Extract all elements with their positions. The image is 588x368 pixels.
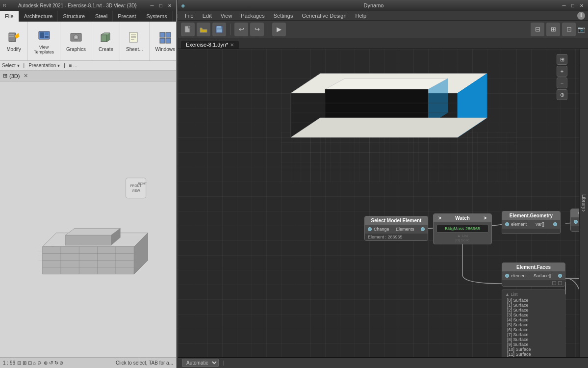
dynamo-layout-btn3[interactable]: ⊡ (562, 23, 576, 36)
svg-rect-6 (45, 36, 49, 38)
dynamo-statusbar-info: | (223, 360, 224, 366)
list-item-10: [10] Surface (505, 347, 562, 352)
svg-rect-4 (40, 32, 44, 38)
eg-footer (502, 229, 560, 234)
revit-3d-view[interactable]: FRONT VIEW RIGHT (0, 81, 176, 357)
revit-view-btn[interactable]: ViewTemplates (32, 27, 56, 55)
dynamo-library-label: Library (581, 194, 587, 210)
select-model-element-node[interactable]: Select Model Element Change Elements Ele… (364, 216, 428, 241)
revit-restore-btn[interactable]: □ (157, 2, 164, 9)
ef-footer-box2 (558, 281, 562, 285)
dynamo-new-btn[interactable] (181, 23, 195, 36)
library-arrow: › (580, 210, 588, 212)
dynamo-menu-view[interactable]: View (217, 11, 236, 21)
revit-select-bar[interactable]: Select ▾ (2, 63, 20, 68)
element-geometry-body: element var[] (502, 220, 560, 229)
eg-port-out-label: var[] (536, 222, 544, 227)
dynamo-undo-btn[interactable]: ↩ (234, 23, 248, 36)
dynamo-info-icon[interactable]: i (577, 12, 585, 20)
dynamo-toolbar-separator (230, 24, 230, 35)
dynamo-restore-btn[interactable]: □ (569, 2, 576, 9)
element-geometry-node[interactable]: Element.Geometry element var[] (502, 211, 561, 234)
revit-minimize-btn[interactable]: ─ (149, 2, 155, 9)
select-port-out-label: Elements (396, 227, 414, 232)
create-label: Create (99, 47, 113, 52)
windows-icon (157, 30, 173, 46)
dynamo-tab-close[interactable]: ✕ (230, 42, 234, 48)
revit-tab-architecture[interactable]: Architecture (19, 11, 58, 22)
revit-tab-file[interactable]: File (0, 11, 19, 22)
svg-point-9 (75, 36, 77, 38)
watch-in-arrow: > (438, 215, 441, 221)
ef-footer-box1 (552, 281, 556, 285)
select-port-in (368, 227, 372, 231)
dynamo-save-btn[interactable] (212, 23, 226, 36)
revit-close-btn[interactable]: ✕ (166, 2, 173, 9)
element-faces-node[interactable]: Element.Faces element Surface[] (502, 263, 565, 287)
dynamo-title-bar: ◈ Dynamo ─ □ ✕ (178, 0, 588, 11)
revit-separator2: | (64, 63, 65, 68)
svg-rect-5 (45, 32, 49, 35)
dynamo-layout-btn1[interactable]: ⊟ (531, 23, 544, 36)
svg-marker-55 (291, 118, 487, 137)
ef-port-out (558, 274, 562, 278)
select-model-element-header: Select Model Element (365, 216, 428, 225)
revit-graphics-btn[interactable]: Graphics (64, 29, 88, 53)
view-icon (36, 28, 52, 44)
dynamo-minimize-btn[interactable]: ─ (561, 2, 567, 9)
revit-tab-structure[interactable]: Structure (58, 11, 90, 22)
create-icon (98, 30, 114, 46)
dynamo-open-btn[interactable] (197, 23, 210, 36)
revit-separator: | (24, 63, 25, 68)
dynamo-canvas[interactable]: Select Model Element Change Elements Ele… (178, 49, 579, 357)
view-tool-zoom-in[interactable]: + (557, 66, 567, 77)
svg-rect-10 (101, 35, 107, 42)
revit-tab-steel[interactable]: Steel (90, 11, 113, 22)
dynamo-win-controls: ─ □ ✕ (561, 2, 585, 9)
revit-tab-precast[interactable]: Precast (113, 11, 141, 22)
dynamo-tab-label: Exercise-8.1.dyn* (186, 42, 228, 48)
dynamo-layout-btn2[interactable]: ⊞ (546, 23, 560, 36)
dynamo-menu-edit[interactable]: Edit (199, 11, 216, 21)
revit-create-btn[interactable]: Create (96, 29, 116, 53)
dynamo-menu-generative[interactable]: Generative Design (298, 11, 350, 21)
dynamo-camera-icon: 📷 (578, 26, 585, 33)
view-tool-zoom-out[interactable]: − (557, 78, 567, 88)
element-faces-body: element Surface[] (502, 271, 565, 280)
svg-rect-36 (126, 178, 146, 198)
dynamo-menu-help[interactable]: Help (352, 11, 371, 21)
revit-view-group: ViewTemplates (28, 22, 60, 60)
view-label: ViewTemplates (34, 45, 54, 54)
ef-port-out-label: Surface[] (534, 273, 551, 278)
revit-window: R Autodesk Revit 2021 - Exercise-8.1.rvt… (0, 0, 177, 368)
dynamo-menu-settings[interactable]: Settings (270, 11, 297, 21)
dynamo-view-tools: ⊞ + − ⊕ (557, 54, 567, 100)
geometry-explode-node[interactable]: Geometry.Explode geometry Geometry[] (570, 209, 579, 232)
ef-footer (502, 280, 565, 286)
list-item-2: [2] Surface (505, 308, 562, 313)
dynamo-menu-file[interactable]: File (181, 11, 198, 21)
revit-windows-btn[interactable]: Windows (153, 29, 178, 53)
revit-win-controls: ─ □ ✕ (149, 2, 173, 9)
ef-port-in (505, 274, 509, 278)
svg-marker-49 (325, 79, 448, 89)
revit-sheet-btn[interactable]: Sheet... (124, 29, 145, 53)
dynamo-library-panel[interactable]: Library › (579, 49, 588, 357)
view-tool-fit[interactable]: ⊞ (557, 54, 567, 65)
dynamo-zoom-select[interactable]: Automatic (182, 359, 219, 367)
dynamo-main: Select Model Element Change Elements Ele… (178, 49, 588, 357)
view-tool-expand[interactable]: ⊕ (557, 89, 567, 100)
dynamo-redo-btn[interactable]: ↪ (250, 23, 264, 36)
revit-view-tab-close[interactable]: ✕ (24, 73, 28, 79)
dynamo-close-btn[interactable]: ✕ (578, 2, 585, 9)
graphics-icon (68, 30, 84, 46)
dynamo-run-btn[interactable]: ▶ (272, 23, 286, 36)
list-item-1: [1] Surface (505, 303, 562, 308)
watch-node[interactable]: > Watch > BldgMass 286965 ▲ List[0] Soli… (433, 213, 492, 244)
revit-modify-group: Modify (0, 22, 28, 60)
revit-tab-systems[interactable]: Systems (141, 11, 172, 22)
dynamo-menu-packages[interactable]: Packages (237, 11, 268, 21)
watch-display: BldgMass 286965 (436, 225, 488, 233)
dynamo-tab-exercise[interactable]: Exercise-8.1.dyn* ✕ (181, 41, 239, 49)
revit-modify-btn[interactable]: Modify (4, 29, 24, 53)
